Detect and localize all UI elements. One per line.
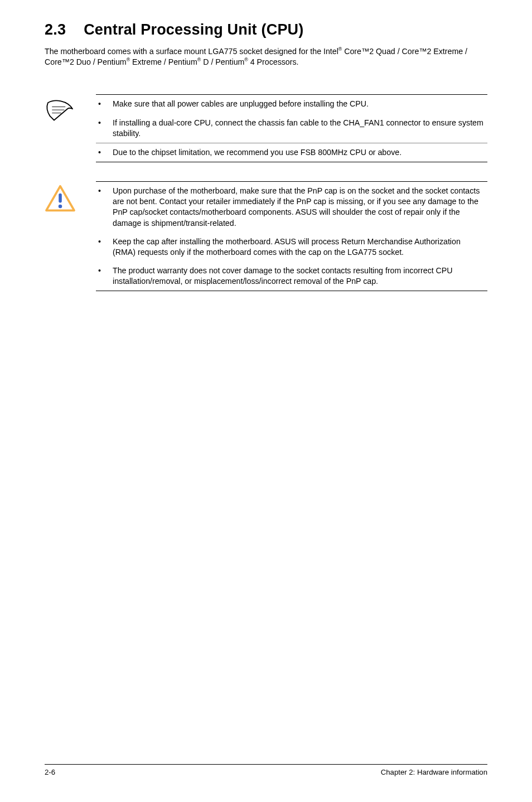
list-item: •The product warranty does not cover dam… (96, 262, 487, 291)
svg-rect-0 (59, 194, 62, 203)
note-block-info: •Make sure that all power cables are unp… (45, 94, 487, 162)
page-footer: 2-6 Chapter 2: Hardware information (45, 764, 487, 776)
svg-point-1 (59, 205, 62, 208)
bullet-text: The product warranty does not cover dama… (113, 265, 487, 287)
bullet-dot: • (96, 99, 113, 109)
note-icon (45, 94, 77, 125)
bullet-text: Due to the chipset limitation, we recomm… (113, 147, 487, 158)
list-item: •Keep the cap after installing the mothe… (96, 233, 487, 262)
caution-list: •Upon purchase of the motherboard, make … (96, 182, 487, 291)
bullet-dot: • (96, 186, 113, 196)
intro-paragraph: The motherboard comes with a surface mou… (45, 46, 487, 67)
bullet-text: If installing a dual-core CPU, connect t… (113, 118, 487, 139)
list-item: •Due to the chipset limitation, we recom… (96, 143, 487, 162)
note-block-caution: •Upon purchase of the motherboard, make … (45, 181, 487, 291)
footer-page-number: 2-6 (45, 768, 55, 776)
list-item: •Make sure that all power cables are unp… (96, 95, 487, 113)
bullet-dot: • (96, 236, 113, 247)
footer-chapter-label: Chapter 2: Hardware information (381, 768, 487, 776)
info-list: •Make sure that all power cables are unp… (96, 95, 487, 162)
heading-number: 2.3 (45, 21, 66, 38)
bullet-dot: • (96, 118, 113, 128)
bullet-text: Keep the cap after installing the mother… (113, 236, 487, 258)
bullet-text: Make sure that all power cables are unpl… (113, 99, 487, 109)
section-heading: 2.3Central Processing Unit (CPU) (45, 21, 487, 38)
bullet-text: Upon purchase of the motherboard, make s… (113, 186, 487, 229)
list-item: •If installing a dual-core CPU, connect … (96, 114, 487, 143)
list-item: •Upon purchase of the motherboard, make … (96, 182, 487, 233)
bullet-dot: • (96, 265, 113, 276)
bullet-dot: • (96, 147, 113, 158)
heading-title: Central Processing Unit (CPU) (84, 21, 303, 38)
caution-icon (45, 181, 77, 215)
